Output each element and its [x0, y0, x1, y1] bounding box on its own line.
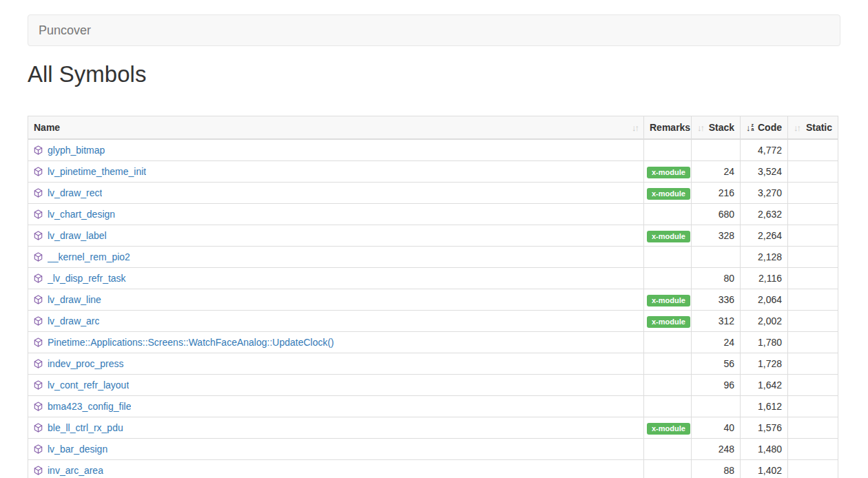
x-module-badge: x-module [647, 231, 690, 242]
stack-cell: 680 [692, 204, 741, 225]
code-cell: 1,728 [741, 353, 788, 375]
stack-cell: 24 [692, 161, 741, 183]
name-cell: lv_chart_design [28, 204, 644, 225]
stack-cell: 24 [692, 332, 741, 353]
remarks-cell [644, 332, 692, 353]
name-cell: glyph_bitmap [28, 139, 644, 161]
code-cell: 1,402 [741, 460, 788, 478]
remarks-cell [644, 375, 692, 396]
remarks-cell [644, 139, 692, 161]
symbol-link[interactable]: lv_draw_arc [48, 315, 99, 327]
stack-cell: 96 [692, 375, 741, 396]
symbol-cube-icon [34, 273, 43, 283]
column-label-stack: Stack [709, 122, 734, 133]
name-cell: ble_ll_ctrl_rx_pdu [28, 417, 644, 439]
x-module-badge: x-module [647, 423, 690, 435]
symbol-cube-icon [34, 145, 43, 155]
symbol-link[interactable]: lv_bar_design [48, 443, 107, 455]
symbol-cube-icon [34, 402, 43, 411]
table-row: lv_cont_refr_layout 96 1,642 [28, 375, 838, 396]
symbol-link[interactable]: glyph_bitmap [48, 144, 105, 156]
static-cell [788, 417, 838, 439]
name-cell: inv_arc_area [28, 460, 644, 478]
remarks-cell: x-module [644, 417, 692, 439]
symbol-cube-icon [34, 444, 43, 454]
code-cell: 2,632 [741, 204, 788, 225]
static-cell [788, 247, 838, 268]
symbol-link[interactable]: lv_draw_label [48, 229, 107, 242]
table-row: indev_proc_press 56 1,728 [28, 353, 838, 375]
remarks-cell [644, 396, 692, 417]
stack-cell: 312 [692, 311, 741, 332]
table-row: Pinetime::Applications::Screens::WatchFa… [28, 332, 838, 353]
sort-descending-icon: ↓ z a [746, 123, 754, 132]
stack-cell: 56 [692, 353, 741, 375]
x-module-badge: x-module [647, 167, 690, 178]
table-row: lv_draw_arc x-module 312 2,002 [28, 311, 838, 332]
remarks-cell: x-module [644, 289, 692, 311]
symbol-cube-icon [34, 231, 43, 240]
symbol-cube-icon [34, 252, 43, 262]
symbol-link[interactable]: lv_cont_refr_layout [48, 379, 129, 391]
code-cell: 1,780 [741, 332, 788, 353]
static-cell [788, 268, 838, 289]
table-row: lv_bar_design 248 1,480 [28, 439, 838, 460]
name-cell: lv_draw_line [28, 289, 644, 311]
table-row: lv_draw_label x-module 328 2,264 [28, 225, 838, 247]
static-cell [788, 311, 838, 332]
symbol-link[interactable]: lv_pinetime_theme_init [48, 165, 146, 178]
name-cell: indev_proc_press [28, 353, 644, 375]
stack-cell: 336 [692, 289, 741, 311]
column-header-code[interactable]: ↓ z a Code [741, 116, 788, 140]
name-cell: lv_bar_design [28, 439, 644, 460]
symbol-link[interactable]: indev_proc_press [48, 357, 124, 370]
static-cell [788, 139, 838, 161]
code-cell: 2,064 [741, 289, 788, 311]
table-row: glyph_bitmap 4,772 [28, 139, 838, 161]
symbol-link[interactable]: ble_ll_ctrl_rx_pdu [48, 422, 123, 434]
static-cell [788, 439, 838, 460]
symbols-table: Name ↓↑ Remarks ↓↑ Stack ↓ [28, 116, 838, 478]
symbol-link[interactable]: _lv_disp_refr_task [48, 272, 126, 284]
symbol-link[interactable]: __kernel_rem_pio2 [48, 251, 130, 263]
symbol-link[interactable]: lv_draw_rect [48, 187, 102, 199]
stack-cell [692, 396, 741, 417]
symbol-link[interactable]: lv_chart_design [48, 208, 115, 220]
stack-cell: 216 [692, 183, 741, 204]
table-row: inv_arc_area 88 1,402 [28, 460, 838, 478]
name-cell: lv_draw_label [28, 225, 644, 247]
sort-unsorted-icon: ↓↑ [697, 123, 703, 132]
symbol-link[interactable]: inv_arc_area [48, 464, 103, 477]
code-cell: 1,480 [741, 439, 788, 460]
code-cell: 2,264 [741, 225, 788, 247]
column-header-stack[interactable]: ↓↑ Stack [692, 116, 741, 140]
x-module-badge: x-module [647, 188, 690, 200]
stack-cell: 80 [692, 268, 741, 289]
symbol-cube-icon [34, 209, 43, 219]
symbol-link[interactable]: Pinetime::Applications::Screens::WatchFa… [48, 336, 334, 349]
navbar: Puncover [28, 14, 840, 46]
remarks-cell [644, 204, 692, 225]
column-label-code: Code [758, 122, 782, 133]
stack-cell [692, 139, 741, 161]
navbar-brand-link[interactable]: Puncover [28, 14, 101, 46]
table-row: lv_pinetime_theme_init x-module 24 3,524 [28, 161, 838, 183]
table-row: lv_draw_rect x-module 216 3,270 [28, 183, 838, 204]
code-cell: 2,116 [741, 268, 788, 289]
column-header-name[interactable]: Name ↓↑ [28, 116, 644, 140]
column-label-name: Name [34, 122, 60, 133]
name-cell: lv_pinetime_theme_init [28, 161, 644, 183]
static-cell [788, 396, 838, 417]
table-row: ble_ll_ctrl_rx_pdu x-module 40 1,576 [28, 417, 838, 439]
symbol-cube-icon [34, 466, 43, 475]
table-row: __kernel_rem_pio2 2,128 [28, 247, 838, 268]
static-cell [788, 204, 838, 225]
code-cell: 1,576 [741, 417, 788, 439]
column-header-static[interactable]: ↓↑ Static [788, 116, 838, 140]
symbol-link[interactable]: lv_draw_line [48, 293, 101, 306]
column-label-static: Static [806, 122, 832, 133]
symbol-link[interactable]: bma423_config_file [48, 400, 131, 413]
name-cell: lv_draw_rect [28, 183, 644, 204]
static-cell [788, 353, 838, 375]
name-cell: Pinetime::Applications::Screens::WatchFa… [28, 332, 644, 353]
